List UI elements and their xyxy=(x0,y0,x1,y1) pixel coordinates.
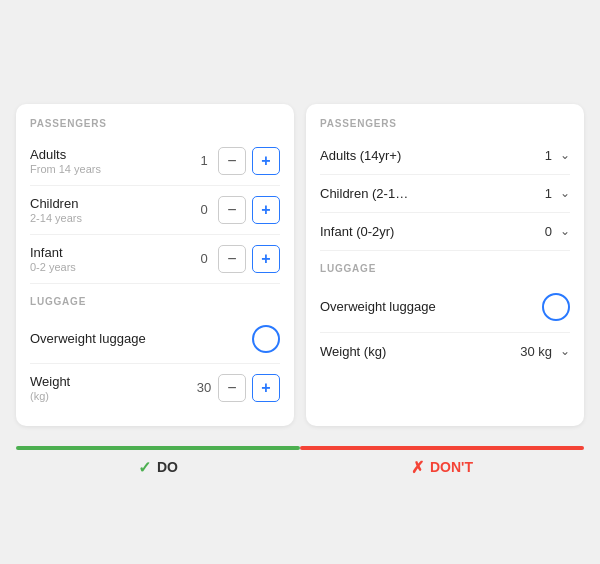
overweight-row: Overweight luggage xyxy=(30,315,280,364)
weight-row: Weight (kg) 30 − + xyxy=(30,364,280,412)
left-panel: PASSENGERS Adults From 14 years 1 − + Ch… xyxy=(16,104,294,426)
left-passengers-label: PASSENGERS xyxy=(30,118,280,129)
children-title: Children xyxy=(30,196,196,211)
right-luggage-section: LUGGAGE Overweight luggage Weight (kg) 3… xyxy=(320,263,570,370)
right-weight-row[interactable]: Weight (kg) 30 kg ⌄ xyxy=(320,333,570,370)
adults-value: 1 xyxy=(196,153,212,168)
infant-title: Infant xyxy=(30,245,196,260)
right-children-row[interactable]: Children (2-1… 1 ⌄ xyxy=(320,175,570,213)
adults-row: Adults From 14 years 1 − + xyxy=(30,137,280,186)
weight-plus-button[interactable]: + xyxy=(252,374,280,402)
infant-row: Infant 0-2 years 0 − + xyxy=(30,235,280,284)
dont-line xyxy=(300,446,584,450)
dont-verdict: ✗ DON'T xyxy=(300,446,584,477)
right-adults-row[interactable]: Adults (14yr+) 1 ⌄ xyxy=(320,137,570,175)
right-children-label: Children (2-1… xyxy=(320,186,545,201)
right-overweight-label: Overweight luggage xyxy=(320,299,542,314)
adults-subtitle: From 14 years xyxy=(30,163,196,175)
infant-value: 0 xyxy=(196,251,212,266)
dont-label: DON'T xyxy=(430,459,473,475)
overweight-toggle[interactable] xyxy=(252,325,280,353)
bottom-bar: ✓ DO ✗ DON'T xyxy=(0,446,600,477)
weight-title: Weight xyxy=(30,374,196,389)
right-adults-chevron-icon: ⌄ xyxy=(560,148,570,162)
right-infant-value: 0 xyxy=(545,224,552,239)
overweight-info: Overweight luggage xyxy=(30,331,252,346)
right-infant-label: Infant (0-2yr) xyxy=(320,224,545,239)
do-label: DO xyxy=(157,459,178,475)
right-weight-label: Weight (kg) xyxy=(320,344,520,359)
right-overweight-toggle[interactable] xyxy=(542,293,570,321)
do-verdict: ✓ DO xyxy=(16,446,300,477)
adults-title: Adults xyxy=(30,147,196,162)
right-infant-chevron-icon: ⌄ xyxy=(560,224,570,238)
right-children-chevron-icon: ⌄ xyxy=(560,186,570,200)
right-overweight-row: Overweight luggage xyxy=(320,282,570,333)
right-children-value: 1 xyxy=(545,186,552,201)
overweight-title: Overweight luggage xyxy=(30,331,252,346)
weight-subtitle: (kg) xyxy=(30,390,196,402)
do-text: ✓ DO xyxy=(138,458,178,477)
left-luggage-label: LUGGAGE xyxy=(30,296,280,307)
infant-minus-button[interactable]: − xyxy=(218,245,246,273)
children-plus-button[interactable]: + xyxy=(252,196,280,224)
children-controls: 0 − + xyxy=(196,196,280,224)
do-check-icon: ✓ xyxy=(138,458,151,477)
weight-value: 30 xyxy=(196,380,212,395)
right-luggage-label: LUGGAGE xyxy=(320,263,570,274)
right-weight-chevron-icon: ⌄ xyxy=(560,344,570,358)
right-adults-value: 1 xyxy=(545,148,552,163)
adults-controls: 1 − + xyxy=(196,147,280,175)
dont-x-icon: ✗ xyxy=(411,458,424,477)
adults-info: Adults From 14 years xyxy=(30,147,196,175)
infant-info: Infant 0-2 years xyxy=(30,245,196,273)
children-value: 0 xyxy=(196,202,212,217)
dont-text: ✗ DON'T xyxy=(411,458,473,477)
right-adults-label: Adults (14yr+) xyxy=(320,148,545,163)
children-info: Children 2-14 years xyxy=(30,196,196,224)
children-row: Children 2-14 years 0 − + xyxy=(30,186,280,235)
right-panel: PASSENGERS Adults (14yr+) 1 ⌄ Children (… xyxy=(306,104,584,426)
adults-plus-button[interactable]: + xyxy=(252,147,280,175)
right-weight-value: 30 kg xyxy=(520,344,552,359)
do-line xyxy=(16,446,300,450)
left-luggage-section: LUGGAGE Overweight luggage Weight (kg) 3… xyxy=(30,296,280,412)
weight-controls: 30 − + xyxy=(196,374,280,402)
adults-minus-button[interactable]: − xyxy=(218,147,246,175)
right-passengers-label: PASSENGERS xyxy=(320,118,570,129)
children-minus-button[interactable]: − xyxy=(218,196,246,224)
weight-minus-button[interactable]: − xyxy=(218,374,246,402)
children-subtitle: 2-14 years xyxy=(30,212,196,224)
right-infant-row[interactable]: Infant (0-2yr) 0 ⌄ xyxy=(320,213,570,251)
infant-subtitle: 0-2 years xyxy=(30,261,196,273)
weight-info: Weight (kg) xyxy=(30,374,196,402)
infant-plus-button[interactable]: + xyxy=(252,245,280,273)
infant-controls: 0 − + xyxy=(196,245,280,273)
